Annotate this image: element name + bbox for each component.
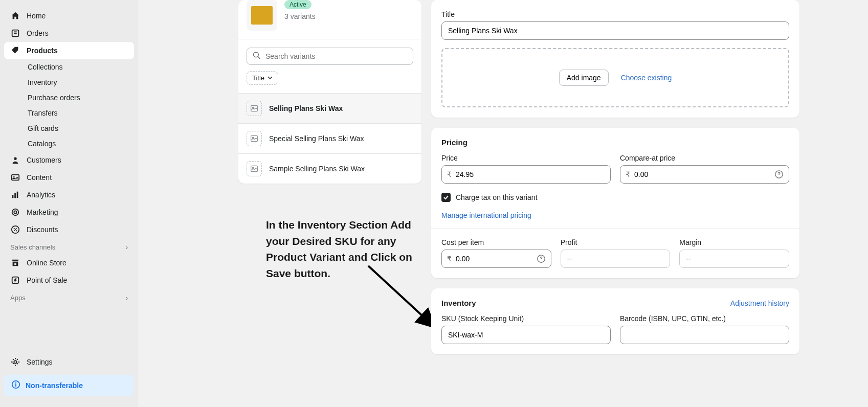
nav-label: Settings: [27, 358, 53, 366]
nav-home[interactable]: Home: [4, 7, 134, 25]
charge-tax-checkbox[interactable]: [441, 193, 451, 202]
svg-point-17: [252, 137, 253, 138]
nav-label: Inventory: [28, 78, 57, 86]
chevron-down-icon: [268, 74, 273, 82]
nav-gift-cards[interactable]: Gift cards: [4, 121, 134, 136]
non-transferable-badge: Non-transferable: [4, 375, 134, 396]
gear-icon: [10, 357, 20, 367]
variant-row[interactable]: Sample Selling Plans Ski Wax: [238, 153, 421, 184]
nav-label: Collections: [28, 63, 62, 71]
nav-content[interactable]: Content: [4, 169, 134, 186]
nav-purchase-orders[interactable]: Purchase orders: [4, 90, 134, 105]
nav-orders[interactable]: Orders: [4, 25, 134, 42]
sidebar: Home Orders Products Collections Invento…: [0, 0, 138, 407]
image-icon: [247, 131, 262, 146]
inventory-title: Inventory: [441, 299, 476, 307]
svg-rect-6: [17, 192, 18, 198]
svg-rect-5: [14, 193, 16, 198]
orders-icon: [10, 28, 20, 38]
svg-point-8: [14, 211, 16, 213]
analytics-icon: [10, 190, 20, 200]
nav-inventory[interactable]: Inventory: [4, 75, 134, 90]
manage-intl-pricing-link[interactable]: Manage international pricing: [441, 211, 531, 219]
nav-label: Products: [27, 47, 58, 55]
svg-point-13: [254, 52, 259, 57]
apps-header[interactable]: Apps ›: [4, 289, 134, 305]
cost-input[interactable]: [455, 250, 537, 267]
compare-price-input[interactable]: [633, 166, 774, 183]
variant-row[interactable]: Selling Plans Ski Wax: [238, 93, 421, 123]
sku-input[interactable]: [441, 326, 611, 344]
nav-label: Catalogs: [28, 140, 56, 148]
title-label: Title: [441, 10, 789, 18]
svg-point-19: [252, 167, 253, 168]
nav-settings[interactable]: Settings: [4, 353, 134, 371]
search-icon: [253, 52, 261, 61]
home-icon: [10, 11, 20, 21]
adjustment-history-link[interactable]: Adjustment history: [730, 299, 789, 307]
profit-value: --: [561, 250, 671, 268]
image-icon: [247, 161, 262, 176]
nav-label: Gift cards: [28, 124, 58, 132]
svg-point-15: [252, 107, 253, 108]
nav-products[interactable]: Products: [4, 42, 134, 59]
variant-count: 3 variants: [284, 12, 316, 20]
nav-label: Purchase orders: [28, 94, 80, 102]
svg-rect-4: [12, 195, 14, 198]
image-icon: [247, 101, 262, 116]
image-dropzone[interactable]: Add image Choose existing: [441, 48, 789, 107]
chevron-right-icon: ›: [126, 294, 128, 302]
barcode-input[interactable]: [620, 326, 789, 344]
variant-form: Title Add image Choose existing Pricing …: [431, 0, 799, 354]
profit-label: Profit: [561, 238, 671, 246]
choose-existing-link[interactable]: Choose existing: [621, 74, 672, 82]
nav-label: Content: [27, 173, 52, 182]
title-input[interactable]: [441, 21, 789, 40]
nav-label: Discounts: [27, 225, 58, 234]
info-icon: [11, 380, 20, 391]
nav-online-store[interactable]: Online Store: [4, 254, 134, 272]
customers-icon: [10, 155, 20, 165]
nav-label: Point of Sale: [27, 276, 67, 284]
products-icon: [10, 46, 20, 56]
product-thumbnail: [247, 0, 277, 31]
help-icon[interactable]: [774, 170, 784, 179]
nav-analytics[interactable]: Analytics: [4, 186, 134, 204]
nav-label: Marketing: [27, 208, 58, 216]
nav-point-of-sale[interactable]: Point of Sale: [4, 272, 134, 289]
variant-row[interactable]: Special Selling Plans Ski Wax: [238, 123, 421, 153]
currency-symbol: ₹: [447, 255, 452, 263]
svg-point-11: [14, 360, 16, 363]
barcode-label: Barcode (ISBN, UPC, GTIN, etc.): [620, 314, 789, 323]
sku-label: SKU (Stock Keeping Unit): [441, 314, 611, 323]
margin-label: Margin: [679, 238, 789, 246]
nav-discounts[interactable]: Discounts: [4, 221, 134, 238]
currency-symbol: ₹: [626, 170, 630, 178]
filter-title-chip[interactable]: Title: [247, 71, 278, 85]
help-icon[interactable]: [537, 254, 546, 263]
chip-label: Title: [252, 74, 264, 82]
price-input[interactable]: [455, 166, 605, 183]
add-image-button[interactable]: Add image: [559, 70, 609, 86]
content-icon: [10, 172, 20, 183]
variant-name: Selling Plans Ski Wax: [269, 104, 343, 112]
nav-marketing[interactable]: Marketing: [4, 204, 134, 221]
sales-channels-header[interactable]: Sales channels ›: [4, 238, 134, 254]
nav-collections[interactable]: Collections: [4, 59, 134, 75]
charge-tax-label: Charge tax on this variant: [456, 193, 538, 201]
section-label: Sales channels: [10, 243, 55, 251]
nav-catalogs[interactable]: Catalogs: [4, 136, 134, 151]
search-variants-input[interactable]: [247, 48, 413, 65]
status-badge: Active: [284, 0, 311, 9]
variant-name: Sample Selling Plans Ski Wax: [269, 165, 365, 173]
variant-panel: Active 3 variants Title Selling Plans Sk…: [238, 0, 421, 184]
svg-rect-2: [12, 175, 19, 180]
nav-label: Orders: [27, 29, 49, 37]
nav-customers[interactable]: Customers: [4, 151, 134, 169]
nav-label: Transfers: [28, 109, 58, 117]
currency-symbol: ₹: [447, 170, 452, 178]
nav-label: Analytics: [27, 191, 55, 199]
chevron-right-icon: ›: [126, 243, 128, 251]
section-label: Apps: [10, 294, 26, 302]
nav-transfers[interactable]: Transfers: [4, 105, 134, 121]
